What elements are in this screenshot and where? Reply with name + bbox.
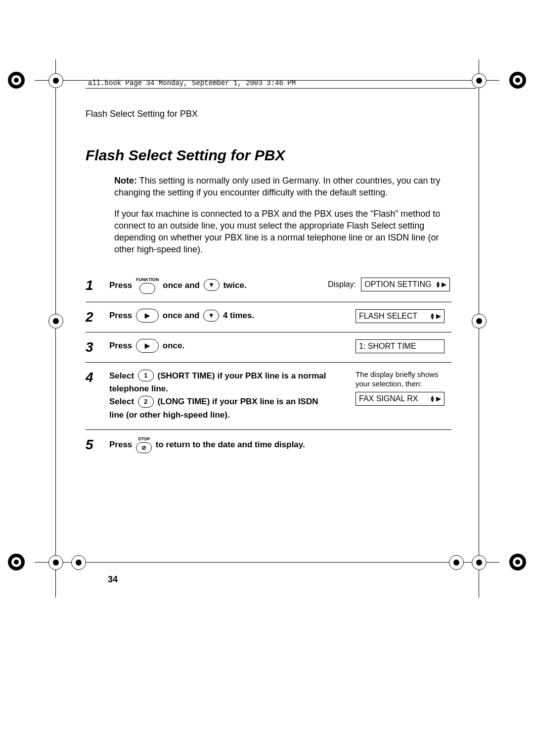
step-display: FLASH SELECT ▲▼▶ xyxy=(328,309,451,323)
step-instruction: Press ▶ once and ▼ 4 times. xyxy=(109,309,328,323)
lcd-readout: FAX SIGNAL RX ▲▼▶ xyxy=(356,392,445,406)
running-head: Flash Select Setting for PBX xyxy=(86,109,451,119)
step-number: 4 xyxy=(86,370,109,384)
page-number: 34 xyxy=(108,574,118,585)
text: once and xyxy=(163,311,202,320)
note-label: Note: xyxy=(114,176,137,186)
registration-mark-icon xyxy=(509,554,526,570)
right-arrow-key-icon: ▶ xyxy=(136,339,159,353)
text: Press xyxy=(109,281,132,290)
text: twice. xyxy=(223,281,246,290)
registration-mark-icon xyxy=(509,72,526,89)
display-label: Display: xyxy=(328,280,356,288)
step-number: 2 xyxy=(86,309,109,324)
nav-arrows-icon: ▲▼▶ xyxy=(430,312,441,320)
step-5: 5 Press STOP ⊘ to return to the date and… xyxy=(86,430,451,461)
text: 4 times. xyxy=(223,311,254,320)
registration-circle-icon xyxy=(71,555,86,570)
nav-arrows-icon: ▲▼▶ xyxy=(435,281,446,288)
lcd-text: OPTION SETTING xyxy=(364,280,431,289)
step-instruction: Press STOP ⊘ to return to the date and t… xyxy=(109,437,328,453)
key-caption: FUNKTION xyxy=(136,278,159,282)
text: Select xyxy=(109,397,136,406)
registration-mark-icon xyxy=(8,72,25,89)
step-instruction: Press ▶ once. xyxy=(109,339,328,353)
step-4: 4 Select 1 (SHORT TIME) if your PBX line… xyxy=(86,363,451,430)
step-number: 1 xyxy=(86,278,109,292)
key-shape-icon xyxy=(139,283,155,294)
text: once. xyxy=(163,341,184,350)
registration-circle-icon xyxy=(472,73,487,88)
note-text: This setting is normally only used in Ge… xyxy=(114,176,441,197)
crop-line-right xyxy=(479,59,479,598)
lcd-readout: FLASH SELECT ▲▼▶ xyxy=(356,309,445,323)
header-runline: all.book Page 34 Monday, September 1, 20… xyxy=(88,79,296,87)
text: Press xyxy=(109,440,134,449)
step-instruction: Press FUNKTION once and ▼ twice. xyxy=(109,278,328,294)
text: once and xyxy=(163,281,202,290)
digit-1-key-icon: 1 xyxy=(138,370,154,381)
lcd-text: 1: SHORT TIME xyxy=(359,342,416,351)
step-number: 5 xyxy=(86,437,109,452)
text: Press xyxy=(109,341,134,350)
registration-circle-icon xyxy=(472,555,487,570)
registration-mark-icon xyxy=(8,554,25,570)
step-display: 1: SHORT TIME xyxy=(328,339,451,353)
step-display: The display briefly shows your selection… xyxy=(328,370,451,406)
nav-arrows-icon: ▲▼▶ xyxy=(430,395,441,402)
page: { "header_runline": "all.book Page 34 Mo… xyxy=(0,0,534,756)
intro-paragraph: If your fax machine is connected to a PB… xyxy=(114,208,451,256)
step-instruction: Select 1 (SHORT TIME) if your PBX line i… xyxy=(109,370,328,422)
step-number: 3 xyxy=(86,339,109,354)
registration-circle-icon xyxy=(449,555,464,570)
down-arrow-key-icon: ▼ xyxy=(203,310,219,322)
registration-circle-icon xyxy=(472,314,487,329)
lcd-text: FAX SIGNAL RX xyxy=(359,394,418,403)
note-paragraph: Note: This setting is normally only used… xyxy=(114,175,451,199)
crop-line-bottom xyxy=(35,562,499,563)
right-arrow-key-icon: ▶ xyxy=(136,309,159,323)
text: to return to the date and time display. xyxy=(156,440,305,449)
digit-2-key-icon: 2 xyxy=(138,396,154,408)
display-note: The display briefly shows your selection… xyxy=(356,370,451,389)
down-arrow-key-icon: ▼ xyxy=(204,279,220,291)
text: Select xyxy=(109,371,136,380)
registration-circle-icon xyxy=(48,73,63,88)
registration-circle-icon xyxy=(48,314,63,329)
lcd-text: FLASH SELECT xyxy=(359,312,417,321)
header-underline xyxy=(86,88,476,89)
key-shape-icon: ⊘ xyxy=(136,442,152,453)
step-3: 3 Press ▶ once. 1: SHORT TIME xyxy=(86,332,451,363)
steps-list: 1 Press FUNKTION once and ▼ twice. Displ… xyxy=(86,271,451,461)
lcd-readout: OPTION SETTING ▲▼▶ xyxy=(361,278,450,291)
registration-circle-icon xyxy=(48,555,63,570)
step-2: 2 Press ▶ once and ▼ 4 times. FLASH SELE… xyxy=(86,302,451,332)
step-display: Display: OPTION SETTING ▲▼▶ xyxy=(328,278,451,291)
key-caption: STOP xyxy=(138,437,150,441)
stop-key-icon: STOP ⊘ xyxy=(136,437,152,453)
step-1: 1 Press FUNKTION once and ▼ twice. Displ… xyxy=(86,271,451,302)
funktion-key-icon: FUNKTION xyxy=(136,278,159,294)
lcd-readout: 1: SHORT TIME xyxy=(356,339,445,353)
page-title: Flash Select Setting for PBX xyxy=(86,147,451,164)
content-area: Flash Select Setting for PBX Flash Selec… xyxy=(86,109,451,461)
text: Press xyxy=(109,311,134,320)
crop-line-left xyxy=(55,59,56,598)
